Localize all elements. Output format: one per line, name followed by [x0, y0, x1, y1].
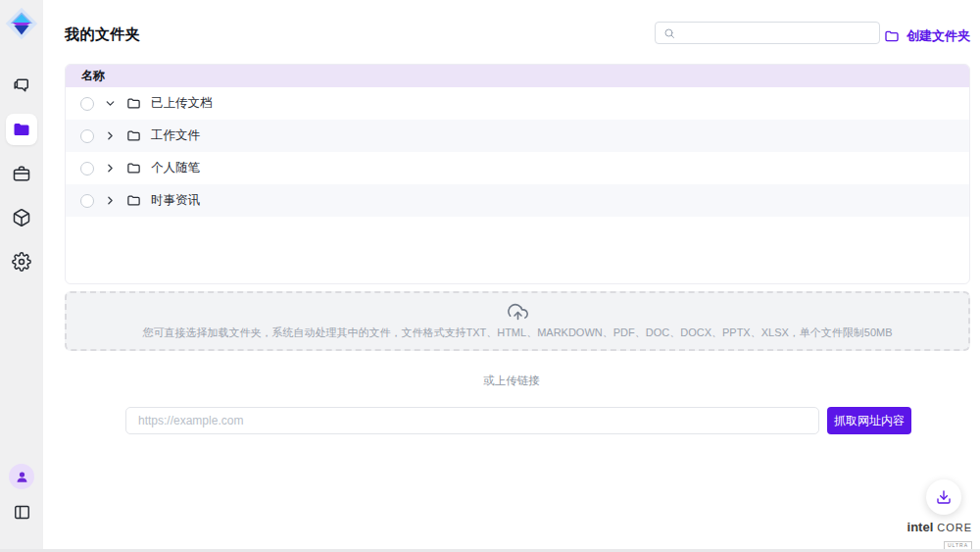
- url-upload-row: 抓取网址内容: [125, 407, 911, 434]
- table-row[interactable]: 时事资讯: [66, 184, 969, 217]
- sidebar-bottom: [6, 464, 37, 527]
- chevron-right-icon[interactable]: [104, 129, 117, 142]
- intel-core-logo: intel core ultra: [907, 519, 972, 550]
- sidebar-item-models[interactable]: [6, 202, 37, 233]
- table-row[interactable]: 已上传文档: [66, 87, 969, 120]
- folder-icon: [126, 96, 141, 111]
- chevron-right-icon[interactable]: [104, 162, 117, 175]
- app-logo-icon: [3, 5, 40, 42]
- briefcase-icon: [12, 164, 31, 183]
- download-fab-button[interactable]: [926, 479, 961, 515]
- search-input[interactable]: [681, 26, 871, 40]
- row-label: 时事资讯: [151, 192, 200, 209]
- row-checkbox[interactable]: [80, 97, 94, 111]
- layout-panel-icon: [13, 503, 31, 522]
- chevron-right-icon[interactable]: [104, 194, 117, 207]
- folder-icon: [126, 161, 141, 176]
- core-brand-text: core: [937, 522, 972, 533]
- folder-icon: [126, 128, 141, 143]
- folder-icon: [12, 120, 31, 139]
- row-checkbox[interactable]: [80, 129, 94, 143]
- download-icon: [936, 489, 952, 505]
- sidebar-nav: [6, 70, 37, 277]
- row-checkbox[interactable]: [80, 194, 94, 208]
- table-row[interactable]: 工作文件: [66, 120, 969, 152]
- fetch-url-button[interactable]: 抓取网址内容: [827, 407, 911, 434]
- user-avatar[interactable]: [9, 464, 34, 489]
- table-header: 名称: [66, 65, 969, 87]
- table-row[interactable]: 个人随笔: [66, 152, 969, 184]
- row-label: 已上传文档: [151, 95, 213, 112]
- collapse-sidebar-button[interactable]: [6, 496, 37, 527]
- upload-hint-text: 您可直接选择加载文件夹，系统自动处理其中的文件，文件格式支持TXT、HTML、M…: [142, 326, 892, 340]
- page-title: 我的文件夹: [65, 25, 141, 44]
- url-input[interactable]: [125, 407, 819, 434]
- folder-plus-icon: [884, 28, 900, 44]
- sidebar-item-workspace[interactable]: [6, 158, 37, 189]
- folder-icon: [126, 193, 141, 208]
- intel-brand-text: intel: [907, 520, 934, 534]
- search-box: [655, 22, 880, 44]
- chat-icon: [12, 75, 31, 95]
- sidebar-item-folders[interactable]: [6, 114, 37, 145]
- upload-dropzone[interactable]: 您可直接选择加载文件夹，系统自动处理其中的文件，文件格式支持TXT、HTML、M…: [65, 291, 970, 351]
- sidebar-item-chat[interactable]: [6, 70, 37, 101]
- main-content: 我的文件夹 创建文件夹 名称 已上传文档 工作文件: [43, 0, 980, 549]
- folder-table: 名称 已上传文档 工作文件 个人随笔 时事资讯: [65, 64, 970, 284]
- chevron-down-icon[interactable]: [104, 97, 117, 110]
- name-column-header: 名称: [81, 68, 105, 84]
- person-icon: [15, 470, 29, 484]
- gear-icon: [12, 252, 31, 272]
- row-label: 工作文件: [151, 127, 200, 144]
- sidebar: [0, 0, 43, 549]
- sidebar-item-settings[interactable]: [6, 246, 37, 277]
- create-folder-button[interactable]: 创建文件夹: [884, 24, 970, 49]
- create-folder-label: 创建文件夹: [906, 27, 970, 45]
- box-icon: [12, 208, 31, 227]
- or-upload-link-label: 或上传链接: [43, 374, 980, 388]
- upload-cloud-icon: [508, 302, 528, 323]
- row-label: 个人随笔: [151, 160, 200, 176]
- search-icon: [663, 27, 675, 39]
- row-checkbox[interactable]: [80, 162, 94, 176]
